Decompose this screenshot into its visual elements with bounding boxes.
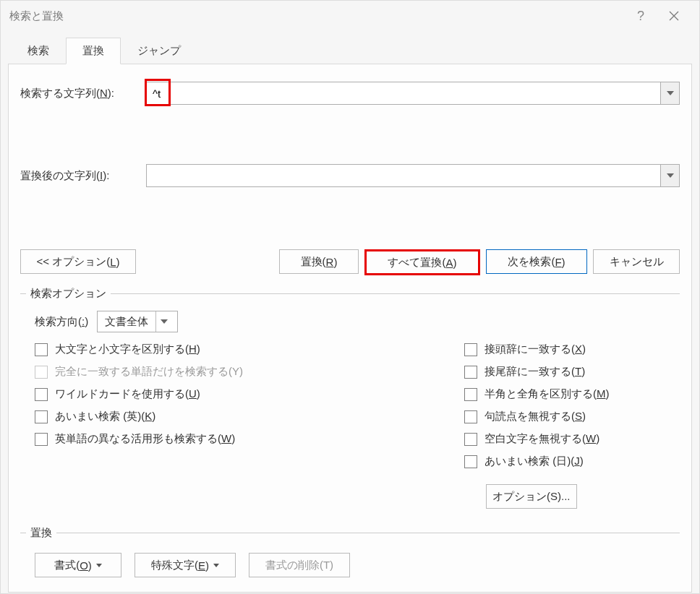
window-title: 検索と置換: [9, 9, 624, 23]
help-button[interactable]: ?: [624, 1, 657, 31]
find-combo: [146, 82, 680, 105]
tab-strip: 検索 置換 ジャンプ: [1, 31, 699, 64]
chk-ignore-space[interactable]: 空白文字を無視する(W): [464, 432, 674, 446]
search-options-group: 検索オプション 検索方向(:) 文書全体 大文字と小文字を区別する(H): [20, 287, 680, 512]
chk-suffix[interactable]: 接尾辞に一致する(T): [464, 365, 674, 379]
search-direction-value: 文書全体: [105, 315, 148, 329]
panel-body: 検索する文字列(N): 置換後の文字列(I):: [8, 64, 692, 593]
close-button[interactable]: [657, 1, 691, 31]
find-input[interactable]: [146, 82, 661, 105]
chk-fuzzy-en[interactable]: あいまい検索 (英)(K): [35, 410, 435, 423]
tab-find[interactable]: 検索: [11, 38, 66, 64]
format-button[interactable]: 書式(O): [35, 553, 121, 577]
search-direction-label: 検索方向(:): [35, 315, 88, 329]
replace-group: 置換 書式(O) 特殊文字(E) 書式の削除(T): [20, 526, 680, 580]
find-dropdown-button[interactable]: [661, 82, 680, 105]
chk-match-case[interactable]: 大文字と小文字を区別する(H): [35, 343, 435, 356]
search-direction-row: 検索方向(:) 文書全体: [35, 311, 674, 332]
replace-dropdown-button[interactable]: [661, 164, 680, 187]
close-icon: [669, 11, 679, 21]
chk-whole-word: 完全に一致する単語だけを検索する(Y): [35, 365, 435, 379]
options-col-right: 接頭辞に一致する(X) 接尾辞に一致する(T) 半角と全角を区別する(M) 句読…: [464, 343, 674, 509]
caret-down-icon: [213, 564, 219, 567]
tab-replace[interactable]: 置換: [66, 38, 121, 64]
find-next-button[interactable]: 次を検索(F): [486, 249, 587, 274]
bottom-button-row: 書式(O) 特殊文字(E) 書式の削除(T): [35, 553, 674, 577]
no-formatting-button: 書式の削除(T): [249, 553, 350, 577]
options-collapse-button[interactable]: << オプション(L): [20, 249, 136, 274]
fuzzy-options-button[interactable]: オプション(S)...: [486, 484, 577, 509]
replace-label: 置換後の文字列(I):: [20, 169, 136, 183]
chevron-down-icon: [667, 173, 674, 178]
options-col-left: 大文字と小文字を区別する(H) 完全に一致する単語だけを検索する(Y) ワイルド…: [35, 343, 435, 509]
titlebar: 検索と置換 ?: [1, 1, 699, 31]
caret-down-icon: [96, 564, 102, 567]
chevron-down-icon: [667, 91, 674, 95]
replace-all-button[interactable]: すべて置換(A): [364, 249, 480, 275]
chk-prefix[interactable]: 接頭辞に一致する(X): [464, 343, 674, 356]
find-replace-dialog: 検索と置換 ? 検索 置換 ジャンプ 検索する文字列(N): 置換後の文字列: [0, 0, 700, 594]
replace-group-legend: 置換: [26, 526, 56, 540]
replace-combo: [146, 164, 680, 187]
chevron-down-icon: [155, 311, 171, 332]
replace-button[interactable]: 置換(R): [279, 249, 359, 274]
search-options-legend: 検索オプション: [26, 287, 111, 301]
cancel-button[interactable]: キャンセル: [593, 249, 680, 274]
main-button-row: << オプション(L) 置換(R) すべて置換(A) 次を検索(F) キャンセル: [20, 249, 680, 275]
tab-goto[interactable]: ジャンプ: [121, 38, 197, 64]
special-button[interactable]: 特殊文字(E): [135, 553, 236, 577]
chk-half-full-width[interactable]: 半角と全角を区別する(M): [464, 387, 674, 401]
chk-word-forms[interactable]: 英単語の異なる活用形も検索する(W): [35, 432, 435, 446]
chk-ignore-punct[interactable]: 句読点を無視する(S): [464, 410, 674, 423]
find-label: 検索する文字列(N):: [20, 87, 136, 100]
chk-wildcards[interactable]: ワイルドカードを使用する(U): [35, 387, 435, 401]
search-direction-select[interactable]: 文書全体: [97, 311, 178, 332]
replace-input[interactable]: [146, 164, 661, 187]
chk-fuzzy-jp[interactable]: あいまい検索 (日)(J): [464, 455, 674, 468]
